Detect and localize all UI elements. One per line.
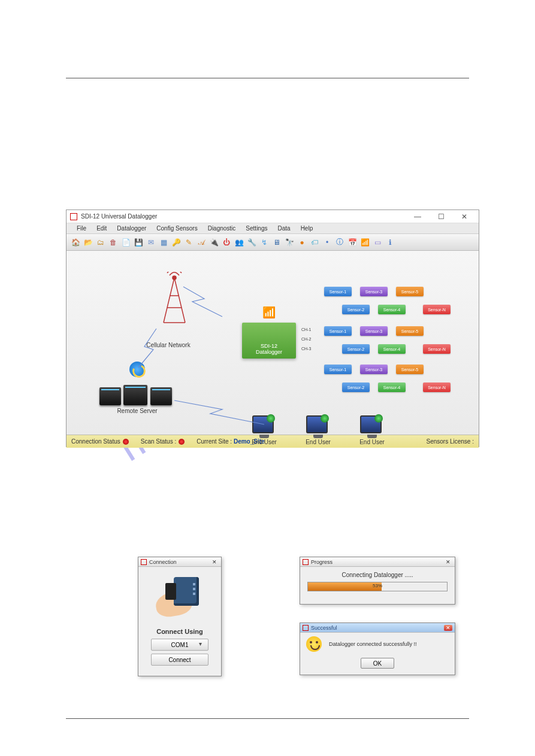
success-message: Datalogger connected successfully !! — [329, 641, 417, 647]
datalogger-label-1: SDI-12 — [261, 343, 277, 349]
sensor-node: Sensor-N — [423, 344, 451, 354]
sensor-node: Sensor-5 — [396, 287, 424, 296]
connect-icon[interactable]: 🔌 — [208, 237, 219, 248]
title-bar: SDI-12 Universal Datalogger — ☐ ✕ — [67, 210, 479, 223]
sensor-node: Sensor-2 — [342, 305, 370, 314]
rss-icon[interactable]: ● — [297, 237, 307, 248]
cal-icon[interactable]: 📅 — [347, 237, 358, 248]
sensor-node: Sensor-1 — [324, 287, 352, 296]
datalogger-node: 📶 SDI-12 Datalogger — [242, 323, 296, 359]
page-rule-top — [66, 78, 469, 78]
svg-point-0 — [173, 276, 176, 280]
connection-dialog-title: Connection — [149, 559, 177, 565]
menu-datalogger[interactable]: Datalogger — [113, 224, 150, 232]
power-icon[interactable]: ⏻ — [221, 237, 232, 248]
menu-settings[interactable]: Settings — [241, 224, 271, 232]
key-icon[interactable]: 🔑 — [171, 237, 182, 248]
scan-status-label: Scan Status : — [141, 438, 176, 445]
sensor-node: Sensor-5 — [396, 365, 424, 374]
sensor-node: Sensor-N — [423, 305, 451, 314]
monitor-icon[interactable]: 🖥 — [271, 237, 282, 248]
dot-icon[interactable]: • — [322, 237, 333, 248]
connect-button[interactable]: Connect — [151, 654, 208, 666]
sensor-node: Sensor-4 — [378, 382, 406, 392]
window-title: SDI-12 Universal Datalogger — [81, 213, 407, 220]
grid-icon[interactable]: ▦ — [158, 237, 169, 248]
channel-2-label: CH-2 — [301, 337, 311, 341]
minimize-button[interactable]: — — [407, 211, 428, 222]
sensor-node: Sensor-N — [423, 382, 451, 392]
home-icon[interactable]: 🏠 — [70, 237, 81, 248]
diagram-canvas: Cellular Network Remote Server 📶 SDI-12 … — [67, 251, 479, 435]
sensor-node: Sensor-3 — [360, 287, 388, 296]
server-caption: Remote Server — [107, 408, 167, 414]
open-icon[interactable]: 📂 — [83, 237, 93, 248]
menu-diagnostic[interactable]: Diagnostic — [204, 224, 240, 232]
progress-percent: 53% — [308, 583, 447, 588]
progress-bar: 53% — [307, 582, 448, 591]
sensor-node: Sensor-4 — [378, 305, 406, 314]
scan-status-led — [179, 439, 185, 445]
end-user-node — [252, 415, 274, 433]
mail-icon[interactable]: ✉ — [146, 237, 156, 248]
wrench-icon[interactable]: 🔧 — [246, 237, 257, 248]
connect-using-heading: Connect Using — [143, 628, 216, 635]
sensor-node: Sensor-2 — [342, 382, 370, 392]
maximize-button[interactable]: ☐ — [430, 211, 452, 222]
ok-button[interactable]: OK — [361, 658, 394, 669]
progress-dialog: Progress ✕ Connecting Datalogger ..... 5… — [300, 557, 455, 605]
menu-file[interactable]: File — [72, 224, 90, 232]
binoculars-icon[interactable]: 🔭 — [284, 237, 295, 248]
end-user-caption: End User — [357, 439, 387, 445]
antenna-icon[interactable]: 📶 — [359, 237, 370, 248]
server-rack-icon — [99, 381, 171, 405]
smiley-icon — [306, 636, 322, 652]
internet-icon — [129, 362, 145, 377]
conn-status-led — [123, 439, 129, 445]
end-user-node — [306, 415, 328, 433]
success-dialog-title: Successful — [311, 625, 337, 631]
sensor-node: Sensor-4 — [378, 344, 406, 354]
menu-help[interactable]: Help — [297, 224, 318, 232]
menu-bar: FileEditDataloggerConfig SensorsDiagnost… — [67, 223, 479, 234]
wand-icon[interactable]: ✎ — [183, 237, 194, 248]
progress-dialog-icon — [303, 559, 309, 565]
menu-edit[interactable]: Edit — [92, 224, 111, 232]
sim-icon[interactable]: ▭ — [372, 237, 383, 248]
end-user-node — [360, 415, 382, 433]
menu-config-sensors[interactable]: Config Sensors — [152, 224, 201, 232]
close-button[interactable]: ✕ — [454, 211, 475, 222]
connection-dialog: Connection ✕ Connect Using COM1 Connect — [138, 557, 222, 676]
menu-data[interactable]: Data — [274, 224, 295, 232]
connection-dialog-close-icon[interactable]: ✕ — [210, 559, 219, 565]
app-icon — [70, 213, 77, 220]
save-icon[interactable]: 💾 — [133, 237, 144, 248]
new-icon[interactable]: 📄 — [120, 237, 131, 248]
datalogger-antenna-icon: 📶 — [262, 306, 276, 319]
delete-icon[interactable]: 🗑 — [108, 237, 119, 248]
connector-image — [150, 574, 210, 622]
success-dialog-close-icon[interactable]: ✕ — [444, 625, 452, 631]
progress-dialog-close-icon[interactable]: ✕ — [444, 559, 452, 565]
success-dialog-icon — [303, 625, 309, 631]
progress-dialog-title: Progress — [311, 559, 333, 565]
trace-icon[interactable]: ↯ — [259, 237, 270, 248]
sensor-node: Sensor-2 — [342, 344, 370, 354]
connection-dialog-icon — [141, 559, 147, 565]
cell-tower-icon — [156, 272, 192, 326]
roles-icon[interactable]: 👥 — [234, 237, 244, 248]
sensor-node: Sensor-3 — [360, 365, 388, 374]
info-icon[interactable]: ⓘ — [334, 237, 345, 248]
folder-icon[interactable]: 🗂 — [95, 237, 106, 248]
com-port-select[interactable]: COM1 — [151, 639, 208, 651]
license-label: Sensors License : — [427, 438, 474, 445]
channel-3-label: CH-3 — [301, 347, 311, 351]
sensor-node: Sensor-1 — [324, 365, 352, 374]
current-site-label: Current Site : — [197, 438, 232, 445]
conn-status-label: Connection Status — [71, 438, 120, 445]
tag-icon[interactable]: 🏷 — [309, 237, 320, 248]
help-icon[interactable]: ℹ — [385, 237, 395, 248]
script-icon[interactable]: 𝒜 — [196, 237, 207, 248]
sensor-node: Sensor-5 — [396, 326, 424, 336]
end-user-caption: End User — [303, 439, 333, 445]
